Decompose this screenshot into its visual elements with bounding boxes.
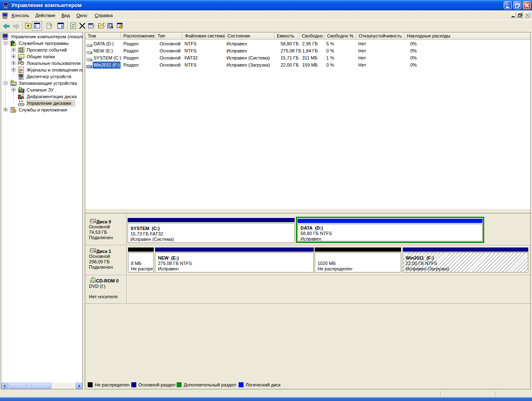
svg-text:?: ?	[50, 24, 52, 29]
